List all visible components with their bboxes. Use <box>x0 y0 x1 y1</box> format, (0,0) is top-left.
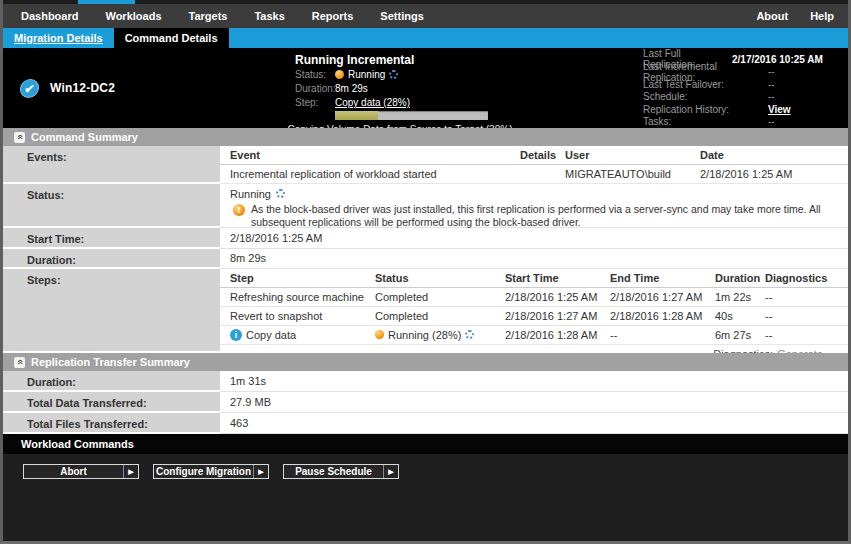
last-test-failover-label: Last Test Failover: <box>643 79 768 90</box>
event-date: 2/18/2016 1:25 AM <box>700 164 848 183</box>
events-label: Events: <box>3 146 220 184</box>
step-diagnostics: -- <box>765 306 848 325</box>
transfer-duration-row: Duration: 1m 31s <box>3 371 848 392</box>
events-table-header: Event Details User Date <box>220 146 848 164</box>
status-row: Status: Running ! As the block-based dri… <box>3 184 848 228</box>
status-content-spinner-icon <box>276 189 285 198</box>
step-status: Completed <box>375 287 505 306</box>
step-duration: 6m 27s <box>715 325 765 344</box>
total-data-label: Total Data Transferred: <box>3 392 220 413</box>
replication-history-view-link[interactable]: View <box>768 104 840 115</box>
events-col-user: User <box>565 146 700 164</box>
collapse-command-summary-icon[interactable]: « <box>14 132 25 143</box>
steps-col-step: Step <box>220 269 375 287</box>
step-end: -- <box>610 325 715 344</box>
steps-row: Steps: Step Status Start Time End Time D… <box>3 269 848 353</box>
nav-item-help[interactable]: Help <box>810 10 834 22</box>
step-running-dot-icon <box>375 330 384 339</box>
workload-name: Win12-DC2 <box>50 81 115 95</box>
pause-schedule-button[interactable]: Pause Schedule ▶ <box>283 464 399 479</box>
nav-item-tasks[interactable]: Tasks <box>254 10 284 22</box>
nav-item-about[interactable]: About <box>756 10 788 22</box>
status-running-dot-icon <box>335 70 344 79</box>
info-row-last-test-failover: Last Test Failover: -- <box>643 78 840 91</box>
steps-col-duration: Duration <box>715 269 765 287</box>
tab-command-details-label: Command Details <box>125 32 218 44</box>
steps-table: Step Status Start Time End Time Duration… <box>220 269 848 345</box>
main-navbar: Dashboard Workloads Targets Tasks Report… <box>3 4 848 28</box>
step-diagnostics: -- <box>765 325 848 344</box>
configure-migration-menu-arrow-icon: ▶ <box>253 465 268 478</box>
step-start: 2/18/2016 1:27 AM <box>505 306 610 325</box>
events-col-event: Event <box>220 146 520 164</box>
tab-migration-details[interactable]: Migration Details <box>3 28 114 48</box>
header-status-row: Status: Running <box>295 68 640 81</box>
duration-label: Duration: <box>3 249 220 269</box>
nav-item-workloads[interactable]: Workloads <box>105 10 161 22</box>
steps-label: Steps: <box>3 269 220 353</box>
nav-item-dashboard[interactable]: Dashboard <box>21 10 78 22</box>
start-time-content: 2/18/2016 1:25 AM <box>220 228 848 249</box>
transfer-duration-value: 1m 31s <box>220 371 848 391</box>
replication-info-panel: Last Full Replication: 2/17/2016 10:25 A… <box>643 48 848 128</box>
step-end: 2/18/2016 1:28 AM <box>610 306 715 325</box>
header-duration-row: Duration: 8m 29s <box>295 82 640 95</box>
total-files-label: Total Files Transferred: <box>3 413 220 434</box>
collapse-transfer-summary-icon[interactable]: « <box>14 357 25 368</box>
nav-item-targets[interactable]: Targets <box>189 10 228 22</box>
configure-migration-button[interactable]: Configure Migration ▶ <box>153 464 269 479</box>
step-row-copy-data: i Copy data Running (28%) 2/18/2016 1:28… <box>220 325 848 344</box>
command-status-panel: Running Incremental Status: Running Dura… <box>295 48 640 128</box>
workload-commands-title: Workload Commands <box>21 438 134 450</box>
detail-tabbar: Migration Details Command Details <box>3 28 848 48</box>
tab-migration-details-label: Migration Details <box>14 32 103 44</box>
command-title: Running Incremental <box>295 53 640 67</box>
tasks-value: -- <box>768 116 840 127</box>
start-time-value: 2/18/2016 1:25 AM <box>220 228 848 248</box>
step-status: Running (28%) <box>375 325 505 344</box>
info-row-tasks: Tasks: -- <box>643 116 840 129</box>
steps-content: Step Status Start Time End Time Duration… <box>220 269 848 353</box>
events-content: Event Details User Date Incremental repl… <box>220 146 848 184</box>
total-data-row: Total Data Transferred: 27.9 MB <box>3 392 848 413</box>
workload-commands-area: Abort ▶ Configure Migration ▶ Pause Sche… <box>3 454 848 541</box>
tab-command-details[interactable]: Command Details <box>114 28 229 48</box>
step-duration: 40s <box>715 306 765 325</box>
last-incremental-value: -- <box>768 66 840 77</box>
abort-button[interactable]: Abort ▶ <box>23 464 139 479</box>
pause-schedule-menu-arrow-icon: ▶ <box>383 465 398 478</box>
workload-header: ✔ Win12-DC2 Running Incremental Status: … <box>3 48 848 128</box>
step-start: 2/18/2016 1:28 AM <box>505 325 610 344</box>
events-col-details: Details <box>520 146 565 164</box>
header-step-link[interactable]: Copy data (28%) <box>335 97 410 108</box>
duration-row: Duration: 8m 29s <box>3 249 848 269</box>
nav-item-reports[interactable]: Reports <box>312 10 354 22</box>
step-spinner-icon <box>465 330 474 339</box>
steps-col-start: Start Time <box>505 269 610 287</box>
header-duration-label: Duration: <box>295 83 335 94</box>
transfer-summary-title: Replication Transfer Summary <box>31 356 190 368</box>
driver-note-text: As the block-based driver was just insta… <box>251 203 838 229</box>
header-duration-value: 8m 29s <box>335 83 368 94</box>
total-files-content: 463 <box>220 413 848 434</box>
event-name: Incremental replication of workload star… <box>220 164 520 183</box>
workload-commands-header: Workload Commands <box>3 434 848 454</box>
nav-top-strip <box>3 0 848 4</box>
replication-history-label: Replication History: <box>643 104 768 115</box>
status-value: Running <box>230 188 271 200</box>
steps-col-end: End Time <box>610 269 715 287</box>
steps-table-header: Step Status Start Time End Time Duration… <box>220 269 848 287</box>
info-row-last-incremental: Last Incremental Replication: -- <box>643 66 840 79</box>
command-summary-header: « Command Summary <box>3 128 848 146</box>
workload-check-icon: ✔ <box>19 79 40 98</box>
duration-value: 8m 29s <box>220 249 848 268</box>
info-row-schedule: Schedule: -- <box>643 91 840 104</box>
nav-right-group: About Help <box>734 10 834 22</box>
info-row-replication-history: Replication History: View <box>643 103 840 116</box>
step-row-refresh: Refreshing source machine Completed 2/18… <box>220 287 848 306</box>
nav-item-settings[interactable]: Settings <box>380 10 423 22</box>
transfer-duration-content: 1m 31s <box>220 371 848 392</box>
total-data-value: 27.9 MB <box>220 392 848 412</box>
warning-icon: ! <box>233 204 245 216</box>
app-window: Dashboard Workloads Targets Tasks Report… <box>0 0 851 544</box>
